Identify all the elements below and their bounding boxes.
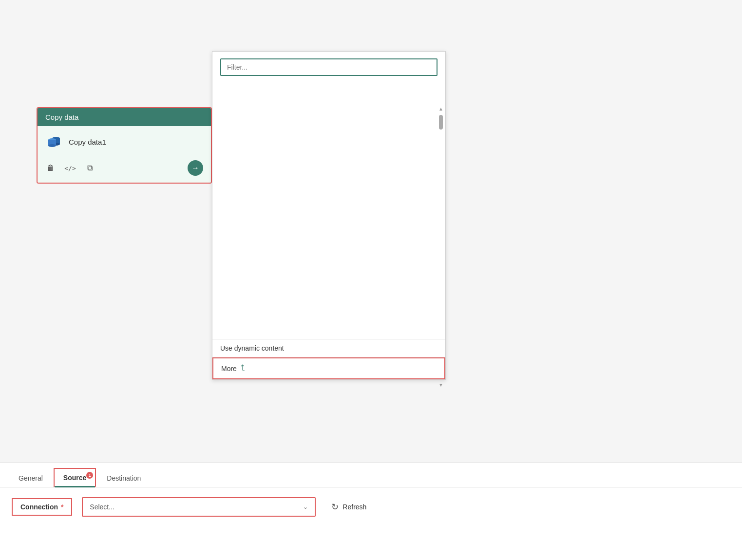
tab-source-badge: 1	[86, 472, 93, 479]
delete-icon[interactable]: 🗑	[45, 163, 56, 173]
scrollbar[interactable]: ▲ ▼	[438, 105, 444, 388]
copy-data-card-title: Copy data	[45, 113, 78, 121]
select-placeholder: Select...	[90, 503, 114, 511]
chevron-down-icon: ⌄	[303, 504, 308, 510]
tab-source[interactable]: Source 1	[54, 468, 96, 487]
tabs-row: General Source 1 Destination	[0, 463, 742, 487]
code-icon[interactable]: </>	[65, 163, 76, 173]
dropdown-panel: ▲ ▼ Use dynamic content More ⤴	[212, 51, 446, 380]
required-star: *	[61, 503, 63, 511]
copy-data-actions: 🗑 </> ⧉ →	[45, 158, 203, 178]
scroll-down-arrow[interactable]: ▼	[438, 382, 443, 388]
copy-data-card-header: Copy data	[38, 108, 211, 126]
copy-data-item-name: Copy data1	[69, 138, 106, 146]
copy-data-item: Copy data1	[45, 133, 203, 150]
refresh-button[interactable]: ↻ Refresh	[325, 498, 372, 516]
bottom-panel: General Source 1 Destination Connection …	[0, 463, 742, 560]
tab-destination-label: Destination	[107, 474, 141, 482]
refresh-icon: ↻	[331, 502, 339, 512]
connection-label-box: Connection *	[12, 498, 72, 516]
content-row: Connection * Select... ⌄ ↻ Refresh	[0, 487, 742, 526]
tab-source-label: Source	[63, 474, 86, 482]
tab-general[interactable]: General	[10, 469, 52, 487]
tab-destination[interactable]: Destination	[98, 469, 150, 487]
connection-select[interactable]: Select... ⌄	[82, 497, 316, 517]
scroll-thumb[interactable]	[439, 115, 443, 130]
more-label: More	[221, 365, 237, 373]
database-icon	[45, 133, 63, 150]
copy-data-card: Copy data Copy data1 🗑 </> ⧉ →	[37, 107, 212, 184]
dynamic-content-option[interactable]: Use dynamic content	[212, 339, 445, 357]
copy-data-card-body: Copy data1 🗑 </> ⧉ →	[38, 126, 211, 183]
navigate-arrow-icon[interactable]: →	[188, 160, 203, 176]
scroll-up-arrow[interactable]: ▲	[438, 105, 443, 113]
more-arrow-icon: ⤴	[241, 363, 245, 373]
dynamic-content-label: Use dynamic content	[220, 344, 284, 352]
copy-icon[interactable]: ⧉	[84, 163, 95, 173]
connection-label-text: Connection	[20, 503, 58, 511]
refresh-label: Refresh	[342, 503, 366, 511]
svg-point-5	[48, 144, 56, 147]
tab-general-label: General	[19, 474, 43, 482]
dropdown-content-area: ▲ ▼	[212, 81, 445, 339]
more-option[interactable]: More ⤴	[212, 357, 445, 379]
filter-input[interactable]	[220, 58, 438, 76]
